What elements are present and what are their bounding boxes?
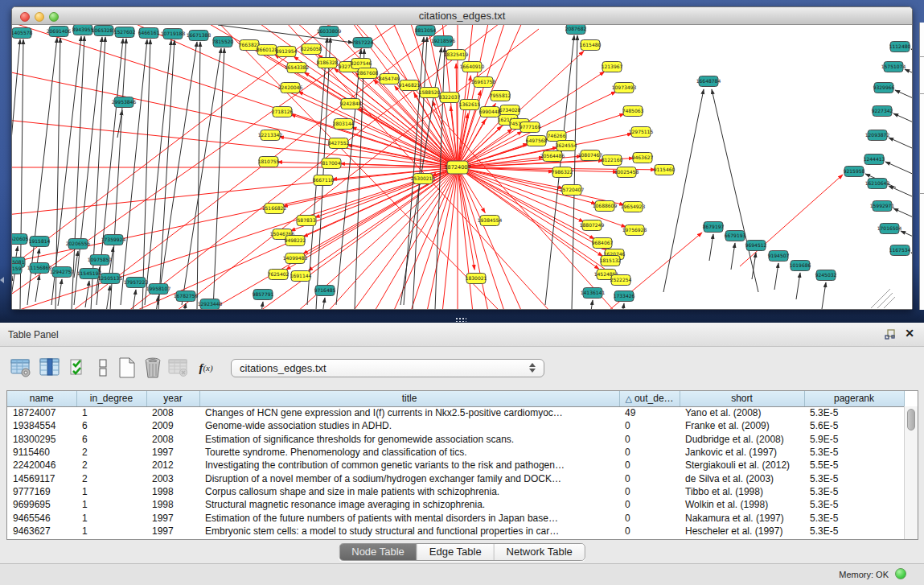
tab-edge-table[interactable]: Edge Table bbox=[417, 544, 495, 560]
network-node[interactable]: 10653287 bbox=[92, 26, 117, 36]
network-node[interactable]: 25300215 bbox=[411, 174, 436, 184]
network-node[interactable]: 16210643 bbox=[865, 179, 890, 189]
network-node[interactable]: 8122160 bbox=[602, 155, 623, 166]
table-row[interactable]: 1456911722003Disruption of a novel membe… bbox=[7, 472, 904, 484]
network-node[interactable]: 22420046 bbox=[278, 83, 303, 93]
network-node[interactable]: 1244413 bbox=[864, 154, 885, 165]
network-canvas[interactable]: 1405578206914068943955106532871527602646… bbox=[12, 25, 912, 309]
network-hub-node[interactable]: 18724007 bbox=[444, 161, 470, 174]
network-node[interactable]: 1615480 bbox=[580, 40, 602, 51]
network-node[interactable]: 19654923 bbox=[621, 202, 646, 212]
network-node[interactable]: 8454749 bbox=[379, 74, 400, 84]
network-node[interactable]: 1691144 bbox=[290, 271, 312, 282]
network-node[interactable]: 16961758 bbox=[471, 77, 496, 88]
network-node[interactable]: 6734028 bbox=[499, 105, 521, 116]
canvas-resize-grip[interactable] bbox=[884, 297, 895, 308]
network-node[interactable]: 9242848 bbox=[340, 99, 362, 109]
network-node[interactable]: 9146821 bbox=[399, 80, 421, 91]
network-node[interactable]: 16782759 bbox=[174, 291, 199, 302]
network-node[interactable]: 10688609 bbox=[593, 201, 618, 212]
network-node[interactable]: 8912954 bbox=[276, 47, 298, 57]
network-node[interactable]: 14136141 bbox=[581, 288, 606, 299]
network-node[interactable]: 12942757 bbox=[50, 267, 75, 278]
table-row[interactable]: 977716911998Corpus callosum shape and si… bbox=[7, 485, 904, 498]
network-node[interactable]: 817004 bbox=[322, 159, 341, 169]
network-node[interactable]: 10807467 bbox=[578, 150, 603, 161]
table-row[interactable]: 1938455462009Genome-wide association stu… bbox=[7, 419, 904, 432]
network-node[interactable]: 1588520 bbox=[419, 88, 441, 98]
network-node[interactable]: 9498222 bbox=[285, 236, 306, 246]
network-node[interactable]: 2087682 bbox=[565, 25, 587, 35]
network-node[interactable]: 8660128 bbox=[257, 45, 278, 56]
network-node[interactable]: 9194507 bbox=[768, 251, 790, 262]
network-node[interactable]: 9857791 bbox=[253, 290, 274, 300]
network-node[interactable]: 16648784 bbox=[696, 76, 721, 87]
table-settings-icon[interactable] bbox=[10, 356, 32, 380]
network-node[interactable]: 8943955 bbox=[72, 25, 94, 35]
network-node[interactable]: 7815520 bbox=[212, 37, 234, 47]
network-node[interactable]: 1733426 bbox=[614, 291, 635, 302]
delete-attributes-trash-icon[interactable] bbox=[142, 356, 164, 380]
network-node[interactable]: 8679197 bbox=[703, 222, 725, 233]
merge-rows-icon[interactable] bbox=[92, 356, 114, 380]
network-node[interactable]: 10973493 bbox=[612, 83, 637, 93]
citation-network-graph[interactable]: 1405578206914068943955106532871527602646… bbox=[12, 25, 912, 309]
canvas-resize-grip[interactable] bbox=[877, 293, 893, 308]
network-node[interactable]: 7857224 bbox=[352, 38, 374, 48]
network-node[interactable]: 2803144 bbox=[333, 119, 355, 130]
network-node[interactable]: 6990448 bbox=[479, 107, 501, 117]
network-node[interactable]: 1167534 bbox=[889, 245, 911, 256]
network-node[interactable]: 17957223 bbox=[124, 278, 149, 288]
network-node[interactable]: 9329966 bbox=[873, 83, 895, 93]
close-panel-icon[interactable]: ✕ bbox=[905, 327, 914, 340]
network-node[interactable]: 8813054 bbox=[415, 26, 437, 36]
network-node[interactable]: 12975115 bbox=[629, 127, 654, 138]
network-node[interactable]: 8226058 bbox=[301, 44, 322, 55]
network-node[interactable]: 8427552 bbox=[328, 138, 350, 149]
network-node[interactable]: 19218596 bbox=[431, 36, 456, 47]
column-header-short[interactable]: short bbox=[680, 391, 804, 406]
network-node[interactable]: 10025458 bbox=[614, 167, 639, 178]
network-node[interactable]: 18807249 bbox=[580, 220, 605, 231]
network-node[interactable]: 746266 bbox=[547, 131, 566, 142]
network-node[interactable]: 1405578 bbox=[12, 28, 33, 39]
table-row[interactable]: 1872400712008Changes of HCN gene express… bbox=[7, 406, 904, 419]
network-node[interactable]: 15751074 bbox=[881, 62, 906, 72]
network-node[interactable]: 9227342 bbox=[872, 106, 893, 117]
show-columns-icon[interactable] bbox=[39, 356, 61, 380]
panel-collapse-arrow-icon[interactable] bbox=[0, 277, 4, 283]
network-node[interactable]: 9716485 bbox=[314, 286, 336, 296]
network-node[interactable]: 6679193 bbox=[725, 231, 746, 241]
column-header-name[interactable]: name bbox=[7, 391, 76, 406]
network-node[interactable]: 9684067 bbox=[592, 238, 614, 249]
new-table-icon[interactable] bbox=[116, 356, 138, 380]
network-window[interactable]: citations_edges.txt 14055782069140689439… bbox=[11, 6, 913, 310]
network-node[interactable]: 6497568 bbox=[526, 136, 548, 146]
network-node[interactable]: 2867608 bbox=[357, 68, 379, 79]
network-node[interactable]: 9694512 bbox=[745, 241, 767, 251]
network-node[interactable]: 9245032 bbox=[815, 270, 837, 281]
network-node[interactable]: 12213342 bbox=[258, 130, 283, 141]
network-node[interactable]: 20564486 bbox=[540, 151, 565, 162]
panel-divider-grip[interactable] bbox=[455, 317, 466, 322]
scrollbar-thumb[interactable] bbox=[907, 409, 915, 431]
network-node[interactable]: 9115460 bbox=[654, 165, 676, 175]
network-node[interactable]: 1830021 bbox=[466, 274, 487, 284]
network-node[interactable]: 14099483 bbox=[283, 253, 308, 264]
column-header-pagerank[interactable]: pagerank bbox=[804, 391, 904, 406]
network-node[interactable]: 11156869 bbox=[27, 263, 52, 274]
network-node[interactable]: 17359924 bbox=[101, 235, 126, 245]
network-node[interactable]: 1112480 bbox=[889, 42, 911, 52]
network-node[interactable]: 1019686 bbox=[790, 261, 811, 271]
network-node[interactable]: 8667110 bbox=[313, 175, 335, 186]
network-node[interactable]: 10975857 bbox=[88, 255, 113, 266]
network-node[interactable]: 9777169 bbox=[519, 122, 541, 133]
validate-columns-icon[interactable] bbox=[68, 356, 90, 380]
network-window-titlebar[interactable]: citations_edges.txt bbox=[12, 7, 912, 25]
network-node[interactable]: 7955812 bbox=[490, 91, 511, 101]
network-node[interactable]: 10719188 bbox=[161, 29, 186, 39]
tab-network-table[interactable]: Network Table bbox=[495, 544, 585, 560]
network-node[interactable]: 17016504 bbox=[877, 224, 902, 234]
network-node[interactable]: 7485063 bbox=[622, 106, 644, 117]
network-node[interactable]: 12923448 bbox=[198, 299, 223, 310]
